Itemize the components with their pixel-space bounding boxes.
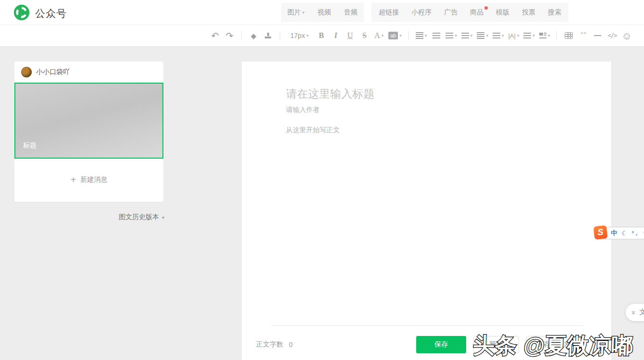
line-height-icon <box>477 32 484 39</box>
outdent-icon <box>446 33 453 38</box>
ime-toolbar: 中 ☾ °， <box>604 227 644 239</box>
line-height-button[interactable]: ▾ <box>477 29 488 42</box>
brand-name: 公众号 <box>35 7 67 20</box>
menu-item-product[interactable]: 商品 <box>470 8 483 17</box>
undo-button[interactable]: ↶ <box>210 29 220 42</box>
menu-item-video[interactable]: 视频 <box>318 8 331 17</box>
toolbar-divider <box>280 31 280 40</box>
ime-language-mode[interactable]: 中 <box>611 229 617 237</box>
menu-item-search[interactable]: 搜索 <box>548 8 561 17</box>
moon-icon[interactable]: ☾ <box>621 229 628 237</box>
bullet-list-icon <box>523 33 531 38</box>
underline-button[interactable]: U <box>345 29 355 42</box>
insert-extras-menu: 超链接 小程序 广告 商品 模版 投票 搜索 <box>372 3 569 22</box>
wordcount-label: 正文字数 <box>256 340 283 349</box>
chevron-down-icon: ▾ <box>471 34 473 38</box>
chevron-down-icon: ▾ <box>306 34 309 38</box>
image-align-icon <box>539 33 546 38</box>
insert-code-button[interactable]: </> <box>607 29 617 42</box>
chevron-down-icon: ▾ <box>302 11 305 15</box>
article-card-title: 标题 <box>23 141 37 150</box>
footer-divider <box>272 325 584 326</box>
table-icon <box>565 32 573 39</box>
insert-table-button[interactable] <box>564 29 574 42</box>
chevron-down-icon: ▾ <box>486 34 488 38</box>
article-collapse-tab[interactable]: » 文章 <box>626 304 644 321</box>
save-and-send-button[interactable]: 保存并群发 <box>526 336 582 353</box>
eraser-icon: ◆ <box>251 32 257 39</box>
chevron-down-icon: ▾ <box>548 34 550 38</box>
wordcount-value: 0 <box>289 341 293 348</box>
article-card-selected[interactable]: 标题 <box>14 83 163 159</box>
code-icon: </> <box>608 32 617 39</box>
menu-item-ad[interactable]: 广告 <box>444 8 458 17</box>
font-size-select[interactable]: 17px ▾ <box>287 29 312 42</box>
chevron-down-icon: ▾ <box>455 34 457 38</box>
menu-item-template[interactable]: 模版 <box>496 8 509 17</box>
chevron-down-icon: ▾ <box>502 34 504 38</box>
vertical-spacing-icon <box>461 33 469 38</box>
bullet-list-button[interactable]: ▾ <box>523 29 535 42</box>
format-painter-button[interactable] <box>263 29 273 42</box>
emoji-button[interactable]: ☺ <box>621 29 632 42</box>
editor-footer: 正文字数 0 保存 预览 保存并群发 <box>242 329 611 360</box>
toolbar-divider <box>241 31 242 40</box>
highlight-icon: ab <box>388 32 398 39</box>
redo-button[interactable]: ↷ <box>224 29 235 42</box>
bold-button[interactable]: B <box>316 29 326 42</box>
save-button[interactable]: 保存 <box>416 336 466 353</box>
italic-button[interactable]: I <box>331 29 341 42</box>
chevron-down-icon: ▾ <box>517 34 520 38</box>
outdent-button[interactable]: ▾ <box>446 29 457 42</box>
align-button[interactable]: ▾ <box>416 29 427 42</box>
preview-button[interactable]: 预览 <box>473 336 519 353</box>
new-message-button[interactable]: + 新建消息 <box>14 159 163 201</box>
letter-spacing-button[interactable]: |A| ▾ <box>508 29 519 42</box>
menu-item-hyperlink[interactable]: 超链接 <box>379 8 399 17</box>
wechat-official-logo-icon <box>13 4 30 23</box>
strikethrough-button[interactable]: S <box>359 29 370 42</box>
chevron-double-down-icon: » <box>630 310 638 314</box>
title-input[interactable]: 请在这里输入标题 <box>286 87 374 101</box>
toolbar-divider <box>557 31 557 40</box>
indent-button[interactable] <box>431 29 441 42</box>
horizontal-rule-icon <box>594 35 601 36</box>
image-align-button[interactable]: ▾ <box>539 29 550 42</box>
format-toolbar: ↶ ↷ ◆ 17px ▾ B I U S A ▾ ab ▾ ▾ ▾ ▾ ▾ ▾ … <box>0 25 644 47</box>
chevron-down-icon: ▾ <box>399 34 402 38</box>
insert-media-menu: 图片 ▾ 视频 音频 <box>281 3 364 22</box>
highlight-color-button[interactable]: ab ▾ <box>388 29 402 42</box>
paragraph-indent-icon <box>493 33 500 38</box>
emoji-icon: ☺ <box>621 31 632 41</box>
blockquote-button[interactable]: ” <box>578 29 588 42</box>
body-input[interactable]: 从这里开始写正文 <box>286 126 340 135</box>
clear-format-button[interactable]: ◆ <box>248 29 259 42</box>
account-row: 小小口袋吖 <box>14 62 163 83</box>
sogou-ime-bar: 中 ☾ °， S <box>594 226 644 240</box>
menu-item-vote[interactable]: 投票 <box>522 8 535 17</box>
new-badge <box>484 6 488 10</box>
menu-item-audio[interactable]: 音频 <box>344 8 358 17</box>
footer-buttons: 保存 预览 保存并群发 <box>416 336 582 353</box>
author-input[interactable]: 请输入作者 <box>286 106 320 114</box>
brand[interactable]: 公众号 <box>13 4 67 23</box>
top-header: 公众号 图片 ▾ 视频 音频 超链接 小程序 广告 商品 模版 投票 <box>0 0 644 25</box>
punctuation-toggle[interactable]: °， <box>632 230 639 237</box>
menu-item-image[interactable]: 图片 ▾ <box>287 8 305 17</box>
horizontal-rule-button[interactable] <box>593 29 603 42</box>
chevron-down-icon: ▾ <box>162 215 164 220</box>
menu-item-miniprogram[interactable]: 小程序 <box>411 8 432 17</box>
toolbar-divider <box>409 31 409 40</box>
chevron-down-icon: ▾ <box>382 34 384 38</box>
indent-icon <box>433 33 440 38</box>
chevron-down-icon: ▾ <box>425 34 427 38</box>
account-avatar <box>21 67 32 77</box>
vertical-spacing-button[interactable]: ▾ <box>461 29 473 42</box>
chevron-down-icon: ▾ <box>533 34 535 38</box>
font-color-button[interactable]: A ▾ <box>374 29 384 42</box>
account-name: 小小口袋吖 <box>36 68 70 76</box>
paragraph-indent-button[interactable]: ▾ <box>493 29 504 42</box>
history-versions-dropdown[interactable]: 图文历史版本▾ <box>14 213 164 222</box>
redo-icon: ↷ <box>226 31 234 40</box>
sogou-logo-icon[interactable]: S <box>594 225 608 240</box>
